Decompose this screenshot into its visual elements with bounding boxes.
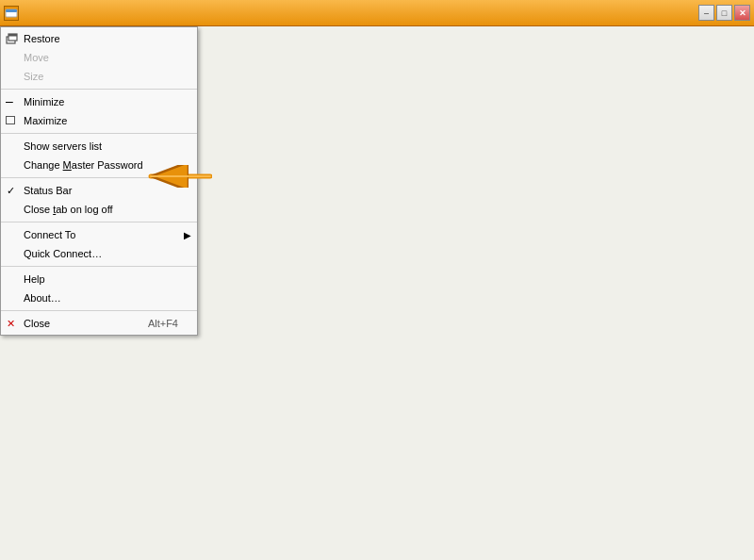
status-bar-label: Status Bar	[24, 185, 72, 196]
close-label: Close	[24, 318, 50, 329]
menu-item-move[interactable]: Move	[1, 48, 197, 67]
context-menu: Restore Move Size – Minimize Maximize Sh…	[0, 26, 198, 336]
about-label: About…	[24, 292, 61, 304]
minimize-button[interactable]: –	[698, 5, 714, 21]
title-bar: – □ ✕	[0, 0, 754, 26]
svg-rect-1	[6, 9, 17, 12]
change-master-password-label: Change Master Password	[24, 159, 143, 171]
quick-connect-label: Quick Connect…	[24, 248, 102, 259]
separator-4	[1, 222, 197, 222]
help-label: Help	[24, 273, 45, 285]
separator-3	[1, 177, 197, 178]
menu-item-maximize[interactable]: Maximize	[1, 111, 197, 130]
close-x-icon: ✕	[7, 318, 15, 330]
separator-5	[1, 266, 197, 267]
separator-6	[1, 310, 197, 311]
maximize-icon	[6, 116, 15, 124]
size-label: Size	[24, 71, 43, 82]
menu-item-connect-to[interactable]: Connect To ▶	[1, 225, 197, 244]
minimize-label: Minimize	[24, 96, 64, 107]
menu-item-about[interactable]: About…	[1, 288, 197, 307]
menu-item-size[interactable]: Size	[1, 67, 197, 86]
main-area: Restore Move Size – Minimize Maximize Sh…	[0, 26, 754, 560]
menu-item-change-master-password[interactable]: Change Master Password	[1, 156, 197, 174]
close-button[interactable]: ✕	[734, 5, 750, 21]
svg-rect-4	[8, 34, 17, 37]
maximize-button[interactable]: □	[716, 5, 732, 21]
menu-item-help[interactable]: Help	[1, 270, 197, 288]
move-label: Move	[24, 52, 49, 63]
menu-item-status-bar[interactable]: ✓ Status Bar	[1, 181, 197, 200]
separator-2	[1, 133, 197, 134]
maximize-label: Maximize	[24, 115, 67, 126]
close-shortcut: Alt+F4	[129, 318, 178, 329]
title-controls: – □ ✕	[698, 5, 750, 21]
menu-item-quick-connect[interactable]: Quick Connect…	[1, 244, 197, 263]
separator-1	[1, 89, 197, 90]
status-bar-check: ✓	[7, 185, 15, 197]
minimize-icon: –	[6, 94, 13, 107]
menu-item-close[interactable]: ✕ Close Alt+F4	[1, 314, 197, 333]
menu-item-show-servers-list[interactable]: Show servers list	[1, 137, 197, 156]
connect-to-arrow: ▶	[184, 230, 191, 240]
menu-item-close-tab-on-log-off[interactable]: Close tab on log off	[1, 200, 197, 219]
show-servers-list-label: Show servers list	[24, 140, 102, 152]
close-tab-label: Close tab on log off	[24, 204, 113, 215]
menu-item-minimize[interactable]: – Minimize	[1, 92, 197, 111]
connect-to-label: Connect To	[24, 229, 75, 240]
title-bar-left	[4, 6, 23, 21]
restore-icon	[5, 33, 18, 44]
restore-label: Restore	[24, 33, 60, 44]
app-icon	[4, 6, 19, 21]
menu-item-restore[interactable]: Restore	[1, 29, 197, 48]
